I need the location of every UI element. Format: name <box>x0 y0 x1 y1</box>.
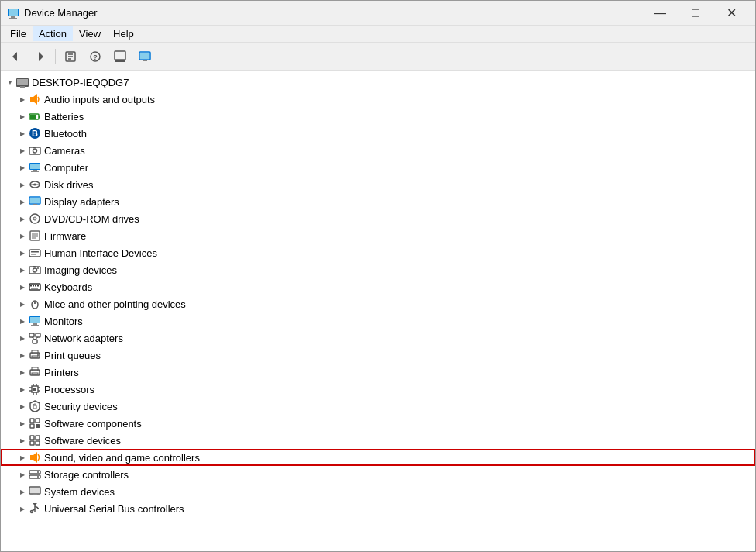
update-button[interactable] <box>108 46 132 67</box>
print-queues-expander[interactable] <box>16 349 29 361</box>
back-button[interactable] <box>4 46 27 67</box>
tree-item-bluetooth[interactable]: B Bluetooth <box>1 125 755 142</box>
security-expander[interactable] <box>16 400 29 412</box>
usb-icon <box>29 502 41 515</box>
hid-icon <box>29 247 41 259</box>
monitors-label: Monitors <box>44 316 83 327</box>
software-devices-expander[interactable] <box>16 434 29 447</box>
firmware-expander[interactable] <box>16 229 29 242</box>
svg-text:?: ? <box>93 53 98 61</box>
help-button[interactable]: ? <box>84 46 107 67</box>
svg-point-53 <box>33 268 37 272</box>
menu-action[interactable]: Action <box>33 26 73 41</box>
menu-view[interactable]: View <box>73 26 107 41</box>
tree-item-storage[interactable]: Storage controllers <box>1 466 755 483</box>
bluetooth-expander[interactable] <box>16 127 29 140</box>
tree-item-software-components[interactable]: Software components <box>1 415 755 432</box>
svg-rect-32 <box>30 164 40 169</box>
software-components-icon <box>29 417 41 430</box>
svg-marker-110 <box>33 503 37 505</box>
dvd-expander[interactable] <box>16 212 29 225</box>
tree-item-processors[interactable]: Processors <box>1 381 755 398</box>
svg-rect-57 <box>30 285 32 287</box>
network-expander[interactable] <box>16 332 29 344</box>
menu-file[interactable]: File <box>4 26 33 41</box>
tree-root[interactable]: DESKTOP-IEQQDG7 <box>1 74 755 91</box>
tree-item-batteries[interactable]: Batteries <box>1 108 755 125</box>
mice-expander[interactable] <box>16 298 29 310</box>
cameras-expander[interactable] <box>16 144 29 157</box>
disk-expander[interactable] <box>16 178 29 191</box>
svg-rect-107 <box>30 488 40 493</box>
security-label: Security devices <box>44 401 118 412</box>
tree-item-firmware[interactable]: Firmware <box>1 227 755 244</box>
svg-point-114 <box>31 511 33 513</box>
audio-label: Audio inputs and outputs <box>44 94 155 105</box>
tree-item-print-queues[interactable]: Print queues <box>1 347 755 364</box>
tree-item-audio[interactable]: Audio inputs and outputs <box>1 91 755 108</box>
forward-button[interactable] <box>29 46 52 67</box>
tree-item-usb[interactable]: Universal Serial Bus controllers <box>1 500 755 517</box>
svg-rect-50 <box>31 251 39 253</box>
computer-expander[interactable] <box>16 161 29 174</box>
print-queues-icon <box>29 349 41 361</box>
minimize-button[interactable]: — <box>642 1 678 26</box>
dvd-label: DVD/CD-ROM drives <box>44 213 139 225</box>
svg-rect-19 <box>20 86 25 88</box>
monitors-icon <box>29 315 41 327</box>
cameras-icon <box>29 144 41 157</box>
svg-rect-13 <box>115 60 125 62</box>
mice-label: Mice and other pointing devices <box>44 298 186 310</box>
tree-item-cameras[interactable]: Cameras <box>1 142 755 159</box>
tree-item-printers[interactable]: Printers <box>1 364 755 381</box>
svg-rect-16 <box>143 60 147 61</box>
monitors-expander[interactable] <box>16 315 29 327</box>
svg-rect-18 <box>17 79 28 85</box>
tree-item-keyboards[interactable]: Keyboards <box>1 278 755 295</box>
sound-expander[interactable] <box>16 451 29 464</box>
keyboards-expander[interactable] <box>16 281 29 293</box>
svg-rect-97 <box>36 436 40 440</box>
svg-rect-82 <box>33 388 36 391</box>
usb-expander[interactable] <box>16 502 29 515</box>
audio-expander[interactable] <box>16 93 29 105</box>
tree-item-network[interactable]: Network adapters <box>1 329 755 347</box>
storage-expander[interactable] <box>16 468 29 481</box>
display-button[interactable] <box>133 46 156 67</box>
tree-item-monitors[interactable]: Monitors <box>1 312 755 329</box>
tree-item-dvd[interactable]: DVD/CD-ROM drives <box>1 210 755 227</box>
display-expander[interactable] <box>16 195 29 208</box>
storage-icon <box>29 468 41 481</box>
device-tree[interactable]: DESKTOP-IEQQDG7 Audio inputs and outputs <box>1 71 755 551</box>
tree-item-computer[interactable]: Computer <box>1 159 755 176</box>
menu-help[interactable]: Help <box>107 26 140 41</box>
close-button[interactable]: ✕ <box>713 1 749 26</box>
maximize-button[interactable]: □ <box>678 1 713 26</box>
tree-item-hid[interactable]: Human Interface Devices <box>1 244 755 261</box>
svg-rect-60 <box>37 285 39 287</box>
storage-label: Storage controllers <box>44 469 129 481</box>
tree-item-system[interactable]: System devices <box>1 483 755 500</box>
tree-item-mice[interactable]: Mice and other pointing devices <box>1 295 755 312</box>
hid-expander[interactable] <box>16 247 29 259</box>
svg-rect-56 <box>29 284 40 290</box>
processors-expander[interactable] <box>16 383 29 395</box>
audio-icon <box>29 93 41 105</box>
tree-item-security[interactable]: Security devices <box>1 398 755 415</box>
tree-item-disk[interactable]: Disk drives <box>1 176 755 193</box>
tree-item-sound[interactable]: Sound, video and game controllers <box>1 449 755 466</box>
system-expander[interactable] <box>16 485 29 498</box>
properties-button[interactable] <box>59 46 82 67</box>
software-components-expander[interactable] <box>16 417 29 430</box>
system-icon <box>29 485 41 498</box>
batteries-expander[interactable] <box>16 110 29 122</box>
svg-rect-39 <box>30 198 40 203</box>
imaging-expander[interactable] <box>16 264 29 276</box>
tree-item-imaging[interactable]: Imaging devices <box>1 261 755 278</box>
printers-expander[interactable] <box>16 366 29 378</box>
root-expander[interactable] <box>4 76 16 88</box>
root-label: DESKTOP-IEQQDG7 <box>32 77 129 88</box>
sound-icon <box>29 451 41 464</box>
tree-item-software-devices[interactable]: Software devices <box>1 432 755 449</box>
tree-item-display[interactable]: Display adapters <box>1 193 755 210</box>
